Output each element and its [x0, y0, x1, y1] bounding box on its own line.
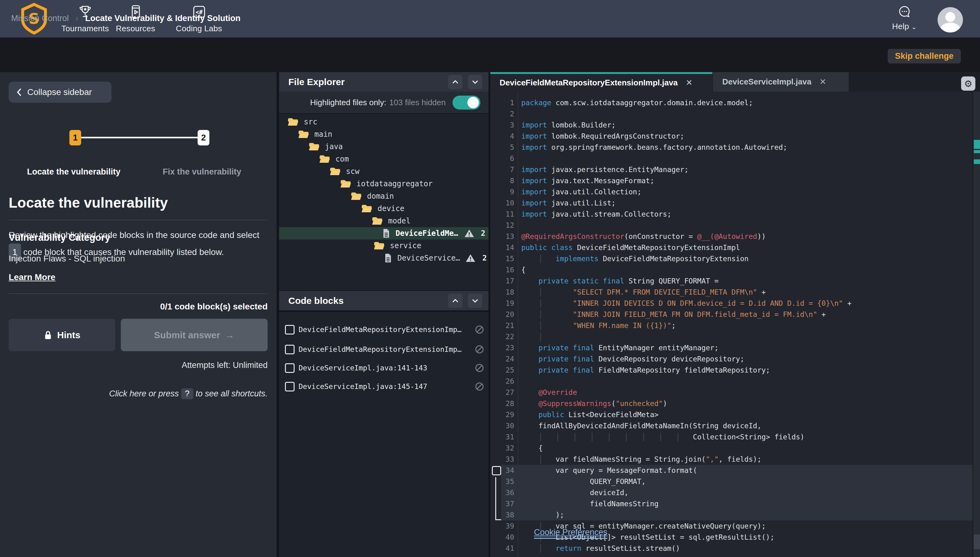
step-connector — [81, 137, 198, 138]
cookie-preferences-link[interactable]: Cookie Preferences — [534, 528, 608, 539]
avatar[interactable] — [938, 7, 963, 33]
line-number: 4 — [501, 132, 514, 140]
step-1-label: Locate the vulnerability — [16, 167, 131, 177]
line-number: 6 — [501, 155, 514, 163]
line-number: 10 — [501, 199, 514, 207]
line-number: 41 — [501, 544, 514, 552]
folder-icon — [374, 241, 384, 250]
submit-answer-button[interactable]: Submit answer → — [121, 319, 268, 351]
file-tree-row[interactable]: device — [279, 202, 488, 215]
file-tree-row[interactable]: com — [279, 153, 488, 165]
code-block-checkbox[interactable] — [285, 363, 294, 373]
file-name: java — [325, 142, 343, 151]
close-icon[interactable]: ✕ — [686, 78, 693, 88]
file-tree-row[interactable]: java — [279, 140, 488, 153]
tab-devicefieldmetarepositoryextensionimpl[interactable]: DeviceFieldMetaRepositoryExtensionImpl.j… — [490, 72, 712, 91]
vulnerability-category-heading: Vulnerability Category — [9, 232, 110, 243]
code-block-checkbox[interactable] — [285, 382, 294, 391]
file-icon — [384, 253, 392, 263]
file-name: DeviceFieldMe… — [395, 229, 458, 238]
code-line-38[interactable]: 38 ); — [501, 509, 973, 521]
learn-more-link[interactable]: Learn More — [9, 272, 56, 282]
line-number: 32 — [501, 444, 514, 452]
line-number: 22 — [501, 333, 514, 341]
file-tree-row[interactable]: iotdataaggregator — [279, 178, 488, 190]
file-tree-row[interactable]: domain — [279, 190, 488, 202]
line-number: 11 — [501, 210, 514, 218]
file-name: device — [377, 204, 405, 213]
file-name: domain — [367, 192, 394, 200]
breadcrumb-parent[interactable]: Mission Control — [11, 14, 69, 23]
file-tree-row[interactable]: DeviceFieldMe…2 — [279, 227, 488, 239]
hints-button[interactable]: Hints — [9, 319, 115, 351]
code-blocks-prev-button[interactable] — [448, 294, 462, 308]
ruler-mark — [974, 140, 980, 149]
not-allowed-icon — [475, 382, 484, 391]
editor-settings-button[interactable]: ⚙ — [961, 77, 975, 91]
highlighted-files-toggle[interactable] — [452, 96, 480, 109]
arrow-right-icon: → — [225, 330, 234, 340]
code-block-checkbox[interactable] — [285, 345, 294, 354]
line-number: 15 — [501, 255, 514, 263]
help-menu[interactable]: Help ⌄ — [884, 5, 924, 31]
ruler-mark — [974, 534, 980, 549]
file-explorer-next-button[interactable] — [468, 75, 482, 89]
highlighted-files-filter: Highlighted files only: 103 files hidden — [279, 91, 488, 113]
line-number: 38 — [501, 511, 514, 519]
code-line-37[interactable]: 37 fieldNamesString — [501, 498, 973, 509]
step-1-indicator: 1 — [69, 130, 81, 145]
code-block-item[interactable]: DeviceFieldMetaRepositoryExtensionImp… — [279, 324, 488, 335]
file-tree-row[interactable]: scw — [279, 165, 488, 178]
code-line-17: 17 private static final String QUERY_FOR… — [501, 275, 973, 287]
file-icon — [382, 229, 390, 238]
nav-label: Resources — [116, 24, 155, 33]
folder-icon — [330, 167, 340, 176]
breadcrumb-current: Locate Vulnerability & Identify Solution — [85, 14, 241, 23]
file-tree-row[interactable]: model — [279, 215, 488, 227]
file-name: service — [390, 241, 421, 250]
line-number: 25 — [501, 366, 514, 374]
code-line-33: 33 │ var fieldNamesString = String.join(… — [501, 454, 973, 465]
code-line-35[interactable]: 35 QUERY_FORMAT, — [501, 476, 973, 487]
file-name: scw — [346, 167, 359, 176]
file-tree-row[interactable]: service — [279, 239, 488, 252]
shortcuts-hint[interactable]: Click here or press ? to see all shortcu… — [9, 388, 268, 399]
line-number: 28 — [501, 399, 514, 407]
avatar-head — [945, 12, 955, 22]
help-chat-icon — [897, 5, 911, 19]
line-number: 14 — [501, 244, 514, 252]
code-line-36[interactable]: 36 deviceId, — [501, 487, 973, 498]
line-number: 34 — [501, 466, 514, 474]
file-tree-row[interactable]: DeviceService…2 — [279, 252, 488, 264]
hints-label: Hints — [57, 330, 80, 340]
collapse-sidebar-button[interactable]: Collapse sidebar — [9, 82, 111, 103]
folder-icon — [288, 117, 298, 126]
overview-ruler[interactable] — [973, 91, 980, 557]
code-line-22: 22 │ — [501, 331, 973, 342]
filter-status: 103 files hidden — [389, 98, 446, 107]
file-name: main — [314, 130, 332, 138]
folder-icon — [298, 130, 309, 138]
step-2-label: Fix the vulnerability — [140, 167, 264, 177]
nav-label: Coding Labs — [176, 24, 222, 33]
code-line-14: 14public class DeviceFieldMetaRepository… — [501, 242, 973, 253]
code-block-item[interactable]: DeviceServiceImpl.java:141-143 — [279, 363, 488, 373]
file-tree-row[interactable]: main — [279, 128, 488, 140]
code-block-checkbox-line34[interactable] — [492, 466, 501, 475]
breadcrumb-bar: Mission Control › Locate Vulnerability &… — [0, 37, 980, 72]
folder-icon — [309, 142, 319, 151]
file-explorer-prev-button[interactable] — [448, 75, 462, 89]
skip-challenge-button[interactable]: Skip challenge — [888, 49, 961, 64]
code-line-10: 10import java.util.List; — [501, 197, 973, 208]
line-number: 8 — [501, 177, 514, 185]
code-block-item[interactable]: DeviceFieldMetaRepositoryExtensionImp… — [279, 344, 488, 355]
close-icon[interactable]: ✕ — [820, 77, 826, 86]
code-line-23: 23 private final EntityManager entityMan… — [501, 342, 973, 353]
code-block-checkbox[interactable] — [285, 325, 294, 334]
code-blocks-next-button[interactable] — [468, 294, 482, 308]
code-line-34[interactable]: 34 var query = MessageFormat.format( — [501, 465, 973, 476]
tab-deviceserviceimpl[interactable]: DeviceServiceImpl.java ✕ — [713, 72, 849, 91]
code-line-12: 12 — [501, 220, 973, 231]
code-block-item[interactable]: DeviceServiceImpl.java:145-147 — [279, 381, 488, 392]
file-tree-row[interactable]: src — [279, 116, 488, 128]
